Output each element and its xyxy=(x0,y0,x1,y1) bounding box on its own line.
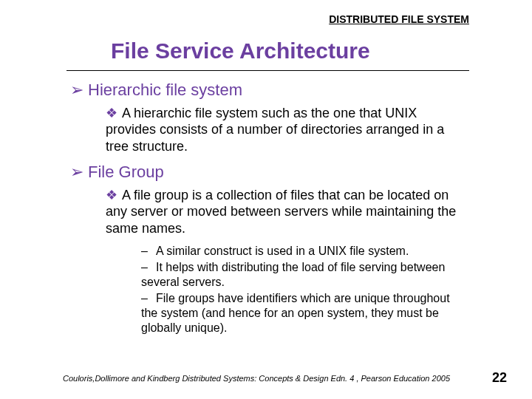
page-title: File Service Architecture xyxy=(111,38,473,66)
bullet-heading: Hierarchic file system xyxy=(88,81,242,99)
sub-bullet-text: A hierarchic file system such as the one… xyxy=(106,106,444,154)
sub-bullet: ❖A file group is a collection of files t… xyxy=(106,187,469,237)
detail-item: –A similar construct is used in a UNIX f… xyxy=(141,244,469,259)
page-number: 22 xyxy=(492,370,507,386)
arrow-icon: ➢ xyxy=(70,81,83,99)
diamond-icon: ❖ xyxy=(106,106,117,120)
detail-item: –File groups have identifiers which are … xyxy=(141,291,469,335)
header-label: DISTRIBUTED FILE SYSTEM xyxy=(329,13,469,25)
sub-bullet: ❖A hierarchic file system such as the on… xyxy=(106,105,469,155)
detail-text: File groups have identifiers which are u… xyxy=(141,292,450,334)
bullet-heading: File Group xyxy=(88,163,164,181)
slide: DISTRIBUTED FILE SYSTEM File Service Arc… xyxy=(0,0,532,399)
dash-icon: – xyxy=(141,244,150,259)
title-rule xyxy=(66,70,469,71)
detail-text: It helps with distributing the load of f… xyxy=(141,261,445,288)
diamond-icon: ❖ xyxy=(106,188,117,202)
footer-credit: Couloris,Dollimore and Kindberg Distribu… xyxy=(63,374,450,383)
dash-icon: – xyxy=(141,291,150,306)
detail-item: –It helps with distributing the load of … xyxy=(141,260,469,290)
bullet-filegroup: ➢File Group xyxy=(70,162,469,183)
sub-bullet-text: A file group is a collection of files th… xyxy=(106,188,456,236)
bullet-hierarchic: ➢Hierarchic file system xyxy=(70,80,469,100)
detail-text: A similar construct is used in a UNIX fi… xyxy=(156,245,409,257)
dash-icon: – xyxy=(141,260,150,275)
content-area: ➢Hierarchic file system ❖A hierarchic fi… xyxy=(70,80,469,337)
arrow-icon: ➢ xyxy=(70,163,83,181)
